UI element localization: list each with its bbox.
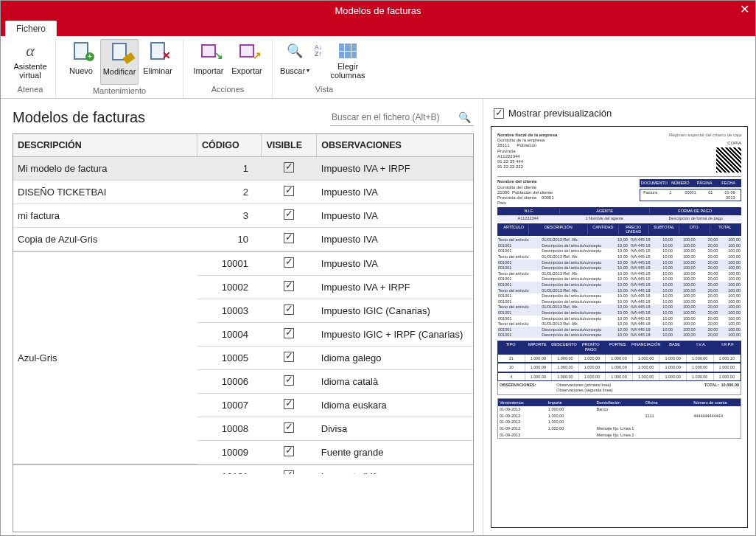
- checkbox-icon[interactable]: [284, 162, 294, 173]
- checkbox-icon[interactable]: [284, 281, 294, 291]
- models-table[interactable]: DESCRIPCIÓN CÓDIGO VISIBLE OBSERVACIONES…: [13, 133, 474, 532]
- binoculars-icon: 🔍: [287, 43, 303, 59]
- disk-icon: [201, 44, 216, 58]
- col-descripcion[interactable]: DESCRIPCIÓN: [13, 134, 197, 157]
- col-codigo[interactable]: CÓDIGO: [197, 134, 262, 157]
- table-row[interactable]: Copia de Azul-Gris10Impuesto IVA: [13, 228, 473, 251]
- search-input[interactable]: [330, 109, 455, 125]
- nuevo-button[interactable]: + Nuevo: [62, 39, 100, 85]
- ribbon-group-mantenimiento: + Nuevo Modificar ✕ Eliminar Mantenimien…: [56, 39, 183, 98]
- checkbox-icon[interactable]: [284, 422, 294, 433]
- group-label-atenea: Atenea: [18, 83, 43, 97]
- ribbon-group-acciones: ↘ Importar ↗ Exportar Acciones: [183, 39, 273, 98]
- ribbon-group-atenea: α Asistente virtual Atenea: [5, 39, 56, 98]
- table-row[interactable]: 10006Idioma català: [13, 370, 473, 394]
- modificar-button[interactable]: Modificar: [100, 39, 139, 85]
- ribbon-group-vista: 🔍 Buscar▾ A↓Z↑ Elegir columnas Vista: [273, 39, 376, 98]
- page-title: Modelos de facturas: [13, 109, 145, 126]
- titlebar: Modelos de facturas ✕: [1, 1, 755, 20]
- sort-button[interactable]: A↓Z↑: [311, 39, 326, 83]
- group-label-acciones: Acciones: [211, 83, 245, 97]
- columns-icon: [339, 43, 357, 58]
- disk-icon: [239, 44, 254, 58]
- search-icon[interactable]: 🔍: [455, 111, 474, 123]
- alpha-icon: α: [26, 41, 35, 60]
- preview-toggle[interactable]: Mostrar previsualización: [494, 108, 748, 119]
- ribbon: α Asistente virtual Atenea + Nuevo Modif…: [1, 36, 755, 99]
- arrow-out-icon: ↗: [253, 49, 262, 61]
- ribbon-tabstrip: Fichero: [1, 20, 755, 36]
- table-row[interactable]: 10009Fuente grande: [13, 441, 473, 464]
- table-row[interactable]: 10004Impuesto IGIC + IRPF (Canarias): [13, 323, 473, 347]
- checkbox-icon[interactable]: [284, 186, 294, 196]
- col-observaciones[interactable]: OBSERVACIONES: [317, 134, 473, 157]
- table-row[interactable]: DISEÑO TICKETBAI2Impuesto IVA: [13, 181, 473, 204]
- checkbox-icon[interactable]: [284, 304, 294, 315]
- checkbox-icon[interactable]: [284, 352, 294, 362]
- table-row[interactable]: 10101Impuesto IVA: [13, 464, 473, 474]
- checkbox-icon[interactable]: [284, 470, 294, 474]
- tab-fichero[interactable]: Fichero: [5, 21, 57, 36]
- assistant-button[interactable]: α Asistente virtual: [11, 39, 49, 83]
- eliminar-button[interactable]: ✕ Eliminar: [139, 39, 177, 85]
- qr-icon: [716, 147, 741, 173]
- invoice-preview: Nombre fiscal de la empresa Domicilio de…: [491, 126, 748, 528]
- checkbox-icon[interactable]: [284, 233, 294, 243]
- table-row[interactable]: Mi modelo de factura1Impuesto IVA + IRPF: [13, 157, 473, 181]
- arrow-in-icon: ↘: [214, 49, 223, 61]
- checkbox-icon[interactable]: [284, 399, 294, 409]
- buscar-button[interactable]: 🔍 Buscar▾: [279, 39, 311, 83]
- checkbox-icon[interactable]: [494, 108, 504, 119]
- checkbox-icon[interactable]: [284, 328, 294, 338]
- pv-client-name: Nombre del cliente: [497, 179, 640, 184]
- group-label-vista: Vista: [315, 83, 333, 97]
- pv-company-name: Nombre fiscal de la empresa: [497, 133, 557, 138]
- exportar-button[interactable]: ↗ Exportar: [228, 39, 266, 83]
- close-icon[interactable]: ✕: [740, 2, 749, 16]
- checkbox-icon[interactable]: [284, 375, 294, 386]
- window-title: Modelos de facturas: [335, 5, 421, 16]
- plus-icon: +: [85, 52, 94, 61]
- chevron-down-icon: ▾: [307, 68, 309, 74]
- table-row[interactable]: mi factura3Impuesto IVA: [13, 204, 473, 228]
- group-label-mantenimiento: Mantenimiento: [93, 85, 146, 98]
- search-field[interactable]: 🔍: [330, 109, 474, 126]
- checkbox-icon[interactable]: [284, 257, 294, 268]
- col-visible[interactable]: VISIBLE: [262, 134, 317, 157]
- elegir-columnas-button[interactable]: Elegir columnas: [326, 39, 370, 83]
- checkbox-icon[interactable]: [284, 446, 294, 456]
- importar-button[interactable]: ↘ Importar: [189, 39, 228, 83]
- table-row[interactable]: 10001Impuesto IVA: [13, 251, 473, 276]
- x-icon: ✕: [162, 49, 171, 61]
- checkbox-icon[interactable]: [284, 209, 294, 220]
- table-row[interactable]: 10008Divisa: [13, 417, 473, 441]
- table-row[interactable]: Azul-Gris10005Idioma galego: [13, 347, 473, 370]
- table-row[interactable]: 10007Idioma euskara: [13, 394, 473, 417]
- table-row[interactable]: 10002Impuesto IVA + IRPF: [13, 276, 473, 299]
- table-row[interactable]: 10003Impuesto IGIC (Canarias): [13, 299, 473, 323]
